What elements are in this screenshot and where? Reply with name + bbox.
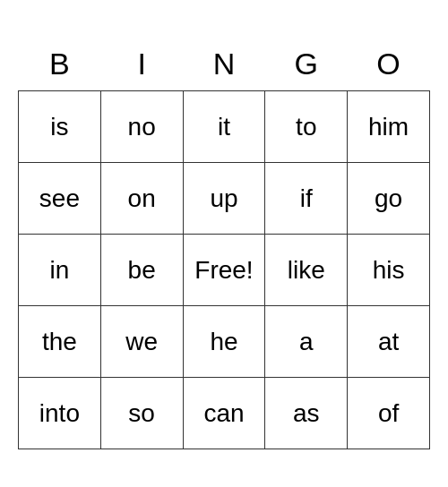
bingo-cell[interactable]: up — [183, 163, 265, 235]
bingo-cell[interactable]: go — [348, 163, 430, 235]
bingo-cell[interactable]: a — [265, 306, 348, 378]
bingo-cell[interactable]: he — [183, 306, 265, 378]
header-i: I — [100, 38, 183, 91]
bingo-cell[interactable]: on — [100, 163, 183, 235]
bingo-cell[interactable]: him — [348, 91, 430, 163]
table-row: inbeFree!likehis — [19, 235, 430, 306]
bingo-body: isnoittohimseeonupifgoinbeFree!likehisth… — [19, 91, 430, 449]
bingo-cell[interactable]: no — [100, 91, 183, 163]
table-row: seeonupifgo — [19, 163, 430, 235]
bingo-cell[interactable]: so — [100, 378, 183, 449]
bingo-cell[interactable]: in — [19, 235, 101, 306]
bingo-cell[interactable]: it — [183, 91, 265, 163]
bingo-cell[interactable]: like — [265, 235, 348, 306]
bingo-cell[interactable]: his — [348, 235, 430, 306]
header-g: G — [265, 38, 348, 91]
bingo-cell[interactable]: see — [19, 163, 101, 235]
bingo-cell[interactable]: Free! — [183, 235, 265, 306]
bingo-cell[interactable]: the — [19, 306, 101, 378]
bingo-card: B I N G O isnoittohimseeonupifgoinbeFree… — [18, 38, 430, 450]
table-row: theweheaat — [19, 306, 430, 378]
bingo-cell[interactable]: we — [100, 306, 183, 378]
bingo-cell[interactable]: of — [348, 378, 430, 449]
bingo-cell[interactable]: be — [100, 235, 183, 306]
bingo-cell[interactable]: into — [19, 378, 101, 449]
bingo-cell[interactable]: as — [265, 378, 348, 449]
bingo-cell[interactable]: if — [265, 163, 348, 235]
bingo-header-row: B I N G O — [19, 38, 430, 91]
bingo-cell[interactable]: at — [348, 306, 430, 378]
header-b: B — [19, 38, 101, 91]
bingo-cell[interactable]: can — [183, 378, 265, 449]
table-row: intosocanasof — [19, 378, 430, 449]
header-n: N — [183, 38, 265, 91]
table-row: isnoittohim — [19, 91, 430, 163]
header-o: O — [348, 38, 430, 91]
bingo-cell[interactable]: is — [19, 91, 101, 163]
bingo-cell[interactable]: to — [265, 91, 348, 163]
